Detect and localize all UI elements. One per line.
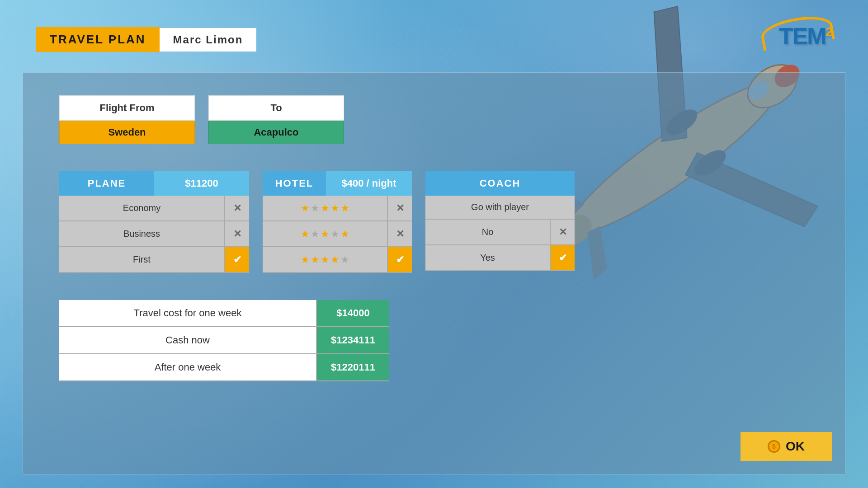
cash-now-value: $1234111	[317, 327, 389, 353]
after-week-label: After one week	[59, 354, 317, 380]
flight-to-value: Acapulco	[208, 121, 344, 144]
plane-business-x[interactable]: ✕	[224, 221, 249, 246]
plane-economy-row[interactable]: Economy ✕	[59, 196, 249, 221]
travel-plan-label: TRAVEL PLAN	[36, 27, 160, 52]
hotel-block: HOTEL $400 / night ★ ★ ★ ★ ★ ✕	[263, 171, 412, 273]
hotel-header-label: HOTEL	[263, 171, 326, 196]
hotel-row-3[interactable]: ★ ★ ★ ★ ★ ✔	[263, 247, 412, 273]
hotel-row-3-check[interactable]: ✔	[387, 247, 412, 272]
cost-section: Travel cost for one week $14000 Cash now…	[59, 300, 389, 381]
hotel-header-price: $400 / night	[326, 171, 412, 196]
coach-no-row[interactable]: No ✕	[425, 220, 575, 245]
coach-yes-label: Yes	[425, 246, 550, 269]
plane-first-row[interactable]: First ✔	[59, 247, 249, 273]
hotel-stars-1: ★ ★ ★ ★ ★	[263, 197, 387, 220]
plane-economy-label: Economy	[59, 197, 224, 220]
player-name: Marc Limon	[160, 28, 257, 52]
coach-no-label: No	[425, 221, 550, 244]
cash-now-row: Cash now $1234111	[59, 327, 389, 354]
travel-cost-row: Travel cost for one week $14000	[59, 300, 389, 327]
hotel-row-1-x[interactable]: ✕	[387, 196, 412, 221]
plane-header-price: $11200	[154, 171, 249, 196]
flight-to-block: To Acapulco	[208, 95, 344, 144]
flight-section: Flight From Sweden To Acapulco	[59, 95, 809, 144]
flight-from-label: Flight From	[59, 95, 195, 121]
flight-to-label: To	[208, 95, 344, 121]
coach-go-label: Go with player	[425, 196, 575, 219]
plane-first-label: First	[59, 248, 224, 271]
flight-from-value: Sweden	[59, 121, 195, 144]
hotel-header: HOTEL $400 / night	[263, 171, 412, 196]
ok-button[interactable]: $ OK	[741, 432, 832, 461]
hotel-stars-3: ★ ★ ★ ★ ★	[263, 249, 387, 271]
hotel-row-2-x[interactable]: ✕	[387, 221, 412, 246]
ok-label: OK	[786, 439, 805, 454]
options-section: PLANE $11200 Economy ✕ Business ✕ First …	[59, 171, 809, 273]
flight-from-block: Flight From Sweden	[59, 95, 195, 144]
travel-cost-value: $14000	[317, 300, 389, 326]
hotel-row-1[interactable]: ★ ★ ★ ★ ★ ✕	[263, 196, 412, 221]
cash-now-label: Cash now	[59, 327, 317, 353]
coach-go-row[interactable]: Go with player	[425, 196, 575, 220]
plane-header: PLANE $11200	[59, 171, 249, 196]
hotel-stars-2: ★ ★ ★ ★ ★	[263, 223, 387, 245]
after-week-row: After one week $1220111	[59, 354, 389, 381]
coach-no-x[interactable]: ✕	[550, 220, 575, 244]
logo: TEM2	[779, 23, 832, 50]
hotel-row-2[interactable]: ★ ★ ★ ★ ★ ✕	[263, 221, 412, 247]
plane-business-row[interactable]: Business ✕	[59, 221, 249, 247]
coach-block: COACH Go with player No ✕ Yes ✔	[425, 171, 575, 271]
plane-first-check[interactable]: ✔	[224, 247, 249, 272]
plane-block: PLANE $11200 Economy ✕ Business ✕ First …	[59, 171, 249, 273]
plane-business-label: Business	[59, 222, 224, 245]
coach-yes-row[interactable]: Yes ✔	[425, 245, 575, 271]
coach-header-label: COACH	[425, 171, 575, 196]
plane-economy-x[interactable]: ✕	[224, 196, 249, 221]
ok-coin-icon: $	[768, 440, 780, 453]
coach-yes-check[interactable]: ✔	[550, 245, 575, 270]
header: TRAVEL PLAN Marc Limon	[36, 27, 256, 52]
plane-header-label: PLANE	[59, 171, 154, 196]
travel-cost-label: Travel cost for one week	[59, 300, 317, 326]
main-panel: Flight From Sweden To Acapulco PLANE $11…	[23, 72, 845, 474]
after-week-value: $1220111	[317, 354, 389, 380]
